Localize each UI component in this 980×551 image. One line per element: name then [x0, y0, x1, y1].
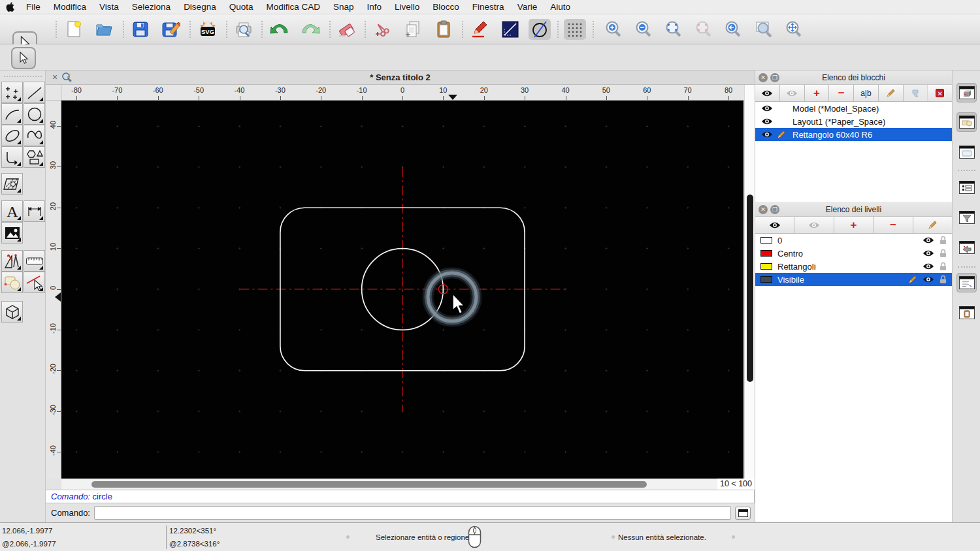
hatch-tool-button[interactable]	[1, 173, 23, 195]
horizontal-scrollbar[interactable]	[61, 479, 717, 490]
print-preview-button[interactable]	[233, 19, 255, 40]
layer-lock-icon[interactable]	[939, 262, 947, 271]
block-row[interactable]: Model (*Model_Space)	[755, 102, 952, 115]
undo-button[interactable]	[269, 19, 291, 40]
property-editor-panel-toggle[interactable]	[956, 112, 977, 132]
apple-menu-icon[interactable]	[0, 2, 20, 12]
line-tools-button[interactable]	[499, 19, 521, 40]
hide-all-layers-button[interactable]	[794, 217, 834, 233]
viewports-panel-toggle[interactable]	[956, 238, 977, 257]
edit-layer-button[interactable]	[913, 217, 952, 233]
zoom-window-button[interactable]	[753, 19, 775, 40]
modify-attributes-tool-button[interactable]	[24, 272, 45, 293]
show-all-layers-button[interactable]	[755, 217, 794, 233]
zoom-auto-button[interactable]	[662, 19, 685, 40]
shape-tool-button[interactable]	[24, 146, 45, 168]
points-tool-button[interactable]	[1, 82, 23, 103]
modify-tool-button[interactable]	[1, 250, 23, 272]
zoom-previous-button[interactable]	[722, 19, 744, 40]
menu-modifica-cad[interactable]: Modifica CAD	[259, 2, 327, 12]
measure-tool-button[interactable]	[24, 250, 45, 272]
palette-selection-button[interactable]	[11, 47, 36, 69]
pan-button[interactable]	[783, 19, 805, 40]
text-tool-button[interactable]: A	[1, 200, 23, 222]
menu-seleziona[interactable]: Seleziona	[125, 2, 177, 12]
menu-disegna[interactable]: Disegna	[177, 2, 223, 12]
vertical-scrollbar[interactable]	[744, 85, 755, 490]
paste-button[interactable]	[433, 19, 455, 40]
grid-toggle-button[interactable]	[564, 19, 586, 40]
hide-all-blocks-button[interactable]	[780, 85, 805, 101]
command-line-panel-toggle[interactable]	[956, 273, 977, 292]
dimension-tool-button[interactable]	[24, 200, 45, 222]
drawing-canvas[interactable]	[61, 101, 743, 479]
layer-row[interactable]: 0	[755, 234, 952, 247]
layer-color-swatch[interactable]	[760, 276, 772, 283]
layer-row[interactable]: Rettangoli	[755, 260, 952, 273]
zoom-in-button[interactable]	[602, 19, 625, 40]
zoom-out-button[interactable]	[632, 19, 655, 40]
clipboard-panel-toggle[interactable]	[956, 303, 977, 323]
add-block-button[interactable]: +	[805, 85, 830, 101]
layer-lock-icon[interactable]	[939, 275, 947, 284]
spline-tool-button[interactable]	[24, 125, 45, 146]
layer-color-swatch[interactable]	[760, 250, 772, 257]
remove-block-button[interactable]: −	[829, 85, 854, 101]
zoom-selection-button[interactable]	[693, 19, 715, 40]
menu-snap[interactable]: Snap	[327, 2, 361, 12]
save-button[interactable]	[129, 19, 152, 40]
svg-export-button[interactable]: SVG	[197, 19, 219, 40]
viewport-3d-tool-button[interactable]	[1, 301, 23, 323]
layer-visibility-icon[interactable]	[923, 276, 934, 283]
block-visibility-icon[interactable]	[761, 131, 774, 138]
line-tool-button[interactable]	[24, 82, 45, 103]
show-all-blocks-button[interactable]	[755, 85, 780, 101]
polyline-tool-button[interactable]	[1, 146, 23, 168]
menu-modifica[interactable]: Modifica	[47, 2, 93, 12]
image-tool-button[interactable]	[1, 222, 23, 244]
block-visibility-icon[interactable]	[761, 118, 774, 125]
menu-varie[interactable]: Varie	[511, 2, 544, 12]
open-file-button[interactable]	[93, 19, 116, 40]
edit-block-button[interactable]	[879, 85, 904, 101]
layer-list-panel-toggle[interactable]	[956, 178, 977, 197]
circle-tool-button[interactable]	[24, 103, 45, 125]
redo-button[interactable]	[299, 19, 321, 40]
add-layer-button[interactable]: +	[834, 217, 874, 233]
new-document-button[interactable]	[63, 19, 85, 40]
cut-button[interactable]	[371, 19, 393, 40]
layer-visibility-icon[interactable]	[923, 249, 934, 257]
block-visibility-icon[interactable]	[761, 104, 774, 112]
layer-color-swatch[interactable]	[760, 263, 772, 270]
menu-vista[interactable]: Vista	[93, 2, 125, 12]
menu-quota[interactable]: Quota	[223, 2, 260, 12]
layer-visibility-icon[interactable]	[923, 236, 934, 244]
block-row[interactable]: Layout1 (*Paper_Space)	[755, 115, 952, 128]
selection-tool-button[interactable]	[1, 272, 23, 293]
layer-visibility-icon[interactable]	[923, 262, 934, 270]
menu-file[interactable]: File	[20, 2, 47, 12]
menu-aiuto[interactable]: Aiuto	[544, 2, 577, 12]
selection-filter-panel-toggle[interactable]	[956, 208, 977, 227]
ellipse-tool-button[interactable]	[1, 125, 23, 146]
menu-finestra[interactable]: Finestra	[466, 2, 511, 12]
menu-info[interactable]: Info	[361, 2, 389, 12]
menu-livello[interactable]: Livello	[388, 2, 426, 12]
command-options-button[interactable]	[735, 507, 751, 520]
insert-block-button[interactable]	[904, 85, 928, 101]
layer-lock-icon[interactable]	[939, 249, 947, 258]
arc-tool-button[interactable]	[1, 103, 23, 125]
block-list-panel-toggle[interactable]	[956, 83, 977, 102]
layer-row[interactable]: Centro	[755, 247, 952, 260]
save-as-button[interactable]	[160, 19, 182, 40]
horizontal-scrollbar-thumb[interactable]	[91, 481, 647, 488]
layer-lock-icon[interactable]	[939, 236, 947, 245]
library-browser-panel-toggle[interactable]	[956, 142, 977, 162]
command-input[interactable]	[94, 506, 731, 520]
delete-button[interactable]	[335, 19, 357, 40]
circle-tools-button[interactable]	[529, 19, 551, 40]
menu-blocco[interactable]: Blocco	[426, 2, 466, 12]
purge-blocks-button[interactable]: ✕	[928, 85, 952, 101]
rename-block-button[interactable]: a|b	[854, 85, 879, 101]
remove-layer-button[interactable]: −	[874, 217, 913, 233]
